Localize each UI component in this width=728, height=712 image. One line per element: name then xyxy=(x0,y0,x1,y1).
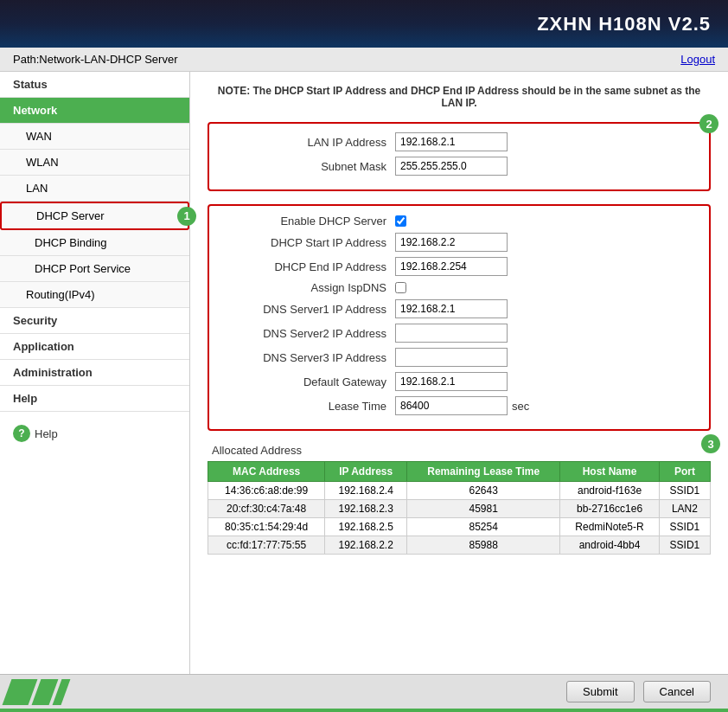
table-row: 20:cf:30:c4:7a:48192.168.2.345981bb-2716… xyxy=(208,500,711,518)
cell-lease: 85988 xyxy=(407,536,560,555)
help-label: Help xyxy=(35,427,58,440)
cell-lease: 85254 xyxy=(407,518,560,536)
sidebar-item-network[interactable]: Network xyxy=(0,98,189,124)
sidebar: Status Network WAN WLAN LAN DHCP Server … xyxy=(0,72,190,674)
header: ZXHN H108N V2.5 xyxy=(0,0,728,48)
path-bar: Path:Network-LAN-DHCP Server Logout xyxy=(0,48,728,72)
dhcp-start-input[interactable] xyxy=(395,233,508,252)
enable-dhcp-label: Enable DHCP Server xyxy=(222,215,395,228)
table-row: 80:35:c1:54:29:4d192.168.2.585254RedmiNo… xyxy=(208,518,711,536)
dhcp-end-label: DHCP End IP Address xyxy=(222,260,395,273)
dns1-input[interactable] xyxy=(395,299,508,318)
gateway-row: Default Gateway xyxy=(222,372,696,391)
app-title: ZXHN H108N V2.5 xyxy=(537,13,711,35)
subnet-mask-row: Subnet Mask xyxy=(222,157,696,176)
sidebar-item-routing-ipv4[interactable]: Routing(IPv4) xyxy=(0,282,189,308)
dhcp-end-row: DHCP End IP Address xyxy=(222,257,696,276)
cell-ip: 192.168.2.3 xyxy=(325,500,407,518)
table-row: 14:36:c6:a8:de:99192.168.2.462643android… xyxy=(208,482,711,500)
gateway-input[interactable] xyxy=(395,372,508,391)
dns1-label: DNS Server1 IP Address xyxy=(222,303,395,316)
lease-time-row: Lease Time sec xyxy=(222,396,696,415)
lease-time-unit: sec xyxy=(512,400,529,413)
col-host: Host Name xyxy=(560,462,660,482)
content-area: NOTE: The DHCP Start IP Address and DHCP… xyxy=(190,72,728,674)
dhcp-end-input[interactable] xyxy=(395,257,508,276)
sidebar-item-lan[interactable]: LAN xyxy=(0,176,189,202)
copyright-bar: © 2008-2015 ZTE Corporation. All rights … xyxy=(0,709,728,712)
dhcp-box-wrapper: Enable DHCP Server DHCP Start IP Address… xyxy=(208,204,711,431)
allocated-table: MAC Address IP Address Remaining Lease T… xyxy=(208,461,711,555)
sidebar-item-dhcp-port-service[interactable]: DHCP Port Service xyxy=(0,256,189,282)
dhcp-start-row: DHCP Start IP Address xyxy=(222,233,696,252)
main-layout: Status Network WAN WLAN LAN DHCP Server … xyxy=(0,72,728,674)
sidebar-item-wlan[interactable]: WLAN xyxy=(0,150,189,176)
cell-mac: 20:cf:30:c4:7a:48 xyxy=(208,500,325,518)
badge-1: 1 xyxy=(177,207,196,226)
sidebar-item-wan[interactable]: WAN xyxy=(0,124,189,150)
sidebar-item-help-nav[interactable]: Help xyxy=(0,386,189,412)
sidebar-item-status[interactable]: Status xyxy=(0,72,189,98)
table-row: cc:fd:17:77:75:55192.168.2.285988android… xyxy=(208,536,711,555)
col-ip: IP Address xyxy=(325,462,407,482)
dns2-input[interactable] xyxy=(395,324,508,343)
cell-port: SSID1 xyxy=(659,482,710,500)
cell-mac: 80:35:c1:54:29:4d xyxy=(208,518,325,536)
subnet-mask-label: Subnet Mask xyxy=(222,160,395,173)
dhcp-start-label: DHCP Start IP Address xyxy=(222,236,395,249)
col-mac: MAC Address xyxy=(208,462,325,482)
badge-2: 2 xyxy=(699,114,718,133)
dhcp-settings-box: Enable DHCP Server DHCP Start IP Address… xyxy=(208,204,711,431)
lan-ip-row: LAN IP Address xyxy=(222,132,696,151)
lan-ip-input[interactable] xyxy=(395,132,508,151)
cell-host: android-4bb4 xyxy=(560,536,660,555)
allocated-address-section: Allocated Address MAC Address IP Address… xyxy=(208,444,711,555)
note-text: NOTE: The DHCP Start IP Address and DHCP… xyxy=(208,85,711,109)
cancel-button[interactable]: Cancel xyxy=(643,681,711,702)
footer-bar: Submit Cancel xyxy=(0,674,728,709)
cell-ip: 192.168.2.4 xyxy=(325,482,407,500)
dns1-row: DNS Server1 IP Address xyxy=(222,299,696,318)
lease-time-input[interactable] xyxy=(395,396,508,415)
assign-isp-dns-row: Assign IspDNS xyxy=(222,281,696,294)
enable-dhcp-checkbox[interactable] xyxy=(395,215,406,227)
logout-link[interactable]: Logout xyxy=(680,53,715,66)
allocated-address-title: Allocated Address xyxy=(208,444,711,457)
dns3-label: DNS Server3 IP Address xyxy=(222,351,395,364)
subnet-mask-input[interactable] xyxy=(395,157,508,176)
cell-port: LAN2 xyxy=(659,500,710,518)
badge-3: 3 xyxy=(701,434,720,453)
assign-isp-dns-label: Assign IspDNS xyxy=(222,281,395,294)
cell-port: SSID1 xyxy=(659,518,710,536)
sidebar-item-dhcp-binding[interactable]: DHCP Binding xyxy=(0,230,189,256)
dns3-row: DNS Server3 IP Address xyxy=(222,348,696,367)
lan-ip-box: LAN IP Address Subnet Mask 2 xyxy=(208,122,711,191)
help-icon: ? xyxy=(13,425,30,442)
cell-ip: 192.168.2.2 xyxy=(325,536,407,555)
assign-isp-dns-checkbox[interactable] xyxy=(395,282,406,293)
lan-ip-label: LAN IP Address xyxy=(222,136,395,149)
cell-host: android-f163e xyxy=(560,482,660,500)
cell-lease: 45981 xyxy=(407,500,560,518)
gateway-label: Default Gateway xyxy=(222,375,395,388)
cell-host: RedmiNote5-R xyxy=(560,518,660,536)
breadcrumb: Path:Network-LAN-DHCP Server xyxy=(13,53,177,66)
sidebar-item-application[interactable]: Application xyxy=(0,334,189,360)
dns2-label: DNS Server2 IP Address xyxy=(222,327,395,340)
enable-dhcp-row: Enable DHCP Server xyxy=(222,215,696,228)
submit-button[interactable]: Submit xyxy=(566,681,634,702)
dns2-row: DNS Server2 IP Address xyxy=(222,324,696,343)
sidebar-help-bottom: ? Help xyxy=(0,412,189,455)
sidebar-item-dhcp-server[interactable]: DHCP Server xyxy=(0,202,189,230)
lease-time-label: Lease Time xyxy=(222,400,395,413)
sidebar-item-administration[interactable]: Administration xyxy=(0,360,189,386)
col-lease: Remaining Lease Time xyxy=(407,462,560,482)
cell-lease: 62643 xyxy=(407,482,560,500)
col-port: Port xyxy=(659,462,710,482)
sidebar-item-security[interactable]: Security xyxy=(0,308,189,334)
cell-ip: 192.168.2.5 xyxy=(325,518,407,536)
dns3-input[interactable] xyxy=(395,348,508,367)
lan-ip-box-wrapper: LAN IP Address Subnet Mask 2 xyxy=(208,122,711,191)
cell-host: bb-2716cc1e6 xyxy=(560,500,660,518)
cell-mac: cc:fd:17:77:75:55 xyxy=(208,536,325,555)
